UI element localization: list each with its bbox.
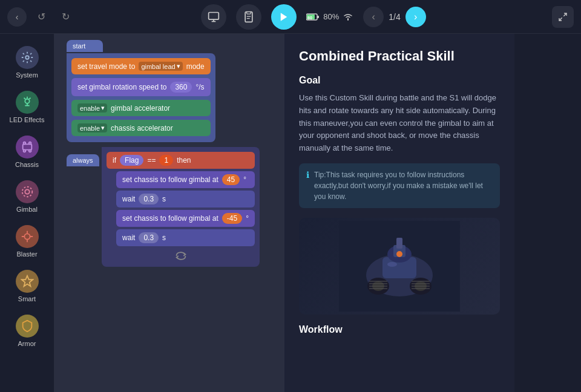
svg-point-18 xyxy=(28,150,31,152)
eq-value[interactable]: 1 xyxy=(159,155,173,166)
travel-mode-label: set travel mode to xyxy=(77,62,135,71)
blocks-container: start set travel mode to gimbal lead ▾ m… xyxy=(67,40,260,267)
svg-point-43 xyxy=(396,251,402,257)
sidebar-label-system: System xyxy=(16,71,38,79)
workflow-section-title: Workflow xyxy=(299,324,500,335)
gimbal-accel-block[interactable]: enable ▾ gimbal accelerator xyxy=(71,100,211,116)
right-panel: Combined Practical Skill Goal Use this C… xyxy=(284,34,514,392)
svg-point-44 xyxy=(387,262,397,267)
svg-rect-10 xyxy=(317,16,319,18)
clipboard-icon xyxy=(243,11,255,23)
svg-point-21 xyxy=(25,189,29,194)
battery-wifi-status: 80 80% xyxy=(306,12,353,21)
svg-point-17 xyxy=(23,150,25,152)
nav-arrows: ‹ 1/4 › xyxy=(363,7,425,27)
tip-text: Tip:This task requires you to follow ins… xyxy=(314,169,493,202)
battery-pct: 80% xyxy=(323,12,339,21)
monitor-button[interactable] xyxy=(201,4,226,30)
sidebar-item-armor[interactable]: Armor xyxy=(0,309,54,353)
topbar-left: ‹ ↺ ↻ xyxy=(7,7,75,27)
svg-rect-16 xyxy=(22,144,31,149)
goal-text: Use this Custom Skill during battle and … xyxy=(299,92,500,155)
main-area: System LED Effects xyxy=(0,34,581,392)
svg-point-14 xyxy=(25,56,29,59)
monitor-icon xyxy=(208,11,220,23)
back-button[interactable]: ‹ xyxy=(7,7,27,27)
chassis-follow-neg45-block[interactable]: set chassis to follow gimbal at -45 ° xyxy=(116,210,255,227)
topbar: ‹ ↺ ↻ xyxy=(0,0,581,34)
sidebar-label-blaster: Blaster xyxy=(16,250,37,258)
sidebar: System LED Effects xyxy=(0,34,54,392)
sidebar-label-armor: Armor xyxy=(18,340,36,347)
gimbal-icon xyxy=(16,180,39,203)
panel-title: Combined Practical Skill xyxy=(299,48,500,64)
gimbal-rotation-block[interactable]: set gimbal rotation speed to 360 °/s xyxy=(71,78,211,96)
system-icon xyxy=(16,46,39,69)
goal-section-title: Goal xyxy=(299,75,500,86)
sidebar-label-led: LED Effects xyxy=(10,116,45,123)
svg-rect-42 xyxy=(396,238,402,249)
angle-neg45-value[interactable]: -45 xyxy=(222,213,242,224)
flag-value[interactable]: Flag xyxy=(120,155,143,166)
svg-text:80: 80 xyxy=(307,16,312,20)
redo-button[interactable]: ↻ xyxy=(56,7,75,27)
sidebar-item-chassis[interactable]: Chassis xyxy=(0,129,54,174)
fullscreen-button[interactable] xyxy=(552,6,574,28)
wait-1-block[interactable]: wait 0.3 s xyxy=(116,191,255,207)
svg-marker-24 xyxy=(21,276,32,286)
gimbal-lead-dropdown[interactable]: gimbal lead ▾ xyxy=(139,62,182,71)
svg-point-22 xyxy=(22,187,32,197)
sidebar-item-gimbal[interactable]: Gimbal xyxy=(0,174,54,219)
topbar-right xyxy=(552,6,574,28)
svg-point-15 xyxy=(25,99,29,103)
if-block[interactable]: if Flag == 1 then xyxy=(107,152,255,169)
chassis-accel-block[interactable]: enable ▾ chassis accelerator xyxy=(71,120,211,136)
sidebar-label-chassis: Chassis xyxy=(15,161,39,168)
nav-page: 1/4 xyxy=(389,12,400,22)
clipboard-button[interactable] xyxy=(236,4,261,30)
wait2-value[interactable]: 0.3 xyxy=(139,232,159,243)
svg-rect-4 xyxy=(247,11,251,13)
undo-button[interactable]: ↺ xyxy=(31,7,51,27)
sidebar-label-smart: Smart xyxy=(18,295,36,302)
blaster-icon xyxy=(16,225,39,248)
led-icon xyxy=(16,91,39,114)
fullscreen-icon xyxy=(558,12,568,22)
chassis-follow-45-block[interactable]: set chassis to follow gimbal at 45 ° xyxy=(116,171,255,188)
wifi-icon xyxy=(343,13,353,21)
sidebar-item-led-effects[interactable]: LED Effects xyxy=(0,85,54,129)
sidebar-item-blaster[interactable]: Blaster xyxy=(0,219,54,264)
play-button[interactable] xyxy=(271,4,297,30)
topbar-center: 80 80% ‹ 1/4 › xyxy=(75,4,552,30)
enable-dropdown-1[interactable]: enable ▾ xyxy=(77,103,107,113)
wait-2-block[interactable]: wait 0.3 s xyxy=(116,229,255,246)
travel-mode-block[interactable]: set travel mode to gimbal lead ▾ mode xyxy=(71,58,211,74)
tip-box: ℹ Tip:This task requires you to follow i… xyxy=(299,163,500,208)
nav-next-button[interactable]: › xyxy=(405,7,426,27)
sidebar-item-smart[interactable]: Smart xyxy=(0,264,54,309)
chassis-icon xyxy=(16,136,39,158)
svg-marker-7 xyxy=(281,13,287,21)
smart-icon xyxy=(16,270,39,293)
sidebar-item-system[interactable]: System xyxy=(0,40,54,85)
svg-rect-0 xyxy=(209,12,219,19)
angle-45-value[interactable]: 45 xyxy=(222,174,240,185)
start-block[interactable]: start xyxy=(67,40,103,52)
svg-line-12 xyxy=(563,13,566,16)
battery-icon: 80 xyxy=(306,13,320,21)
blocks-canvas[interactable]: start set travel mode to gimbal lead ▾ m… xyxy=(54,34,284,392)
wait1-value[interactable]: 0.3 xyxy=(139,194,159,204)
svg-point-20 xyxy=(28,142,31,145)
enable-dropdown-2[interactable]: enable ▾ xyxy=(77,123,107,132)
tip-icon: ℹ xyxy=(306,170,309,180)
nav-prev-button[interactable]: ‹ xyxy=(363,7,384,27)
loop-icon xyxy=(107,250,255,262)
always-label: always xyxy=(67,154,99,166)
armor-icon xyxy=(16,315,39,338)
robot-image xyxy=(299,218,500,315)
play-icon xyxy=(278,11,289,22)
svg-point-23 xyxy=(24,234,30,239)
robot-svg xyxy=(339,221,460,312)
svg-line-13 xyxy=(559,18,562,21)
rotation-speed-value[interactable]: 360 xyxy=(170,82,192,93)
